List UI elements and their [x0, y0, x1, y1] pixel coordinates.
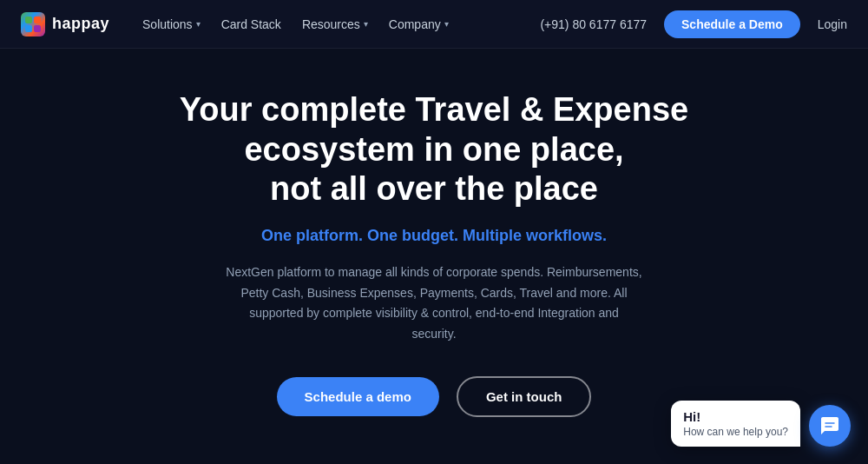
navbar-right: (+91) 80 6177 6177 Schedule a Demo Login: [540, 10, 847, 38]
nav-item-resources[interactable]: Resources ▾: [293, 12, 377, 36]
chat-widget: Hi! How can we help you?: [671, 401, 851, 447]
logo-text: happay: [52, 15, 109, 33]
hero-description: NextGen platform to manage all kinds of …: [226, 262, 642, 345]
nav-item-card-stack[interactable]: Card Stack: [213, 12, 290, 36]
nav-item-solutions[interactable]: Solutions ▾: [134, 12, 209, 36]
chat-greeting: Hi!: [683, 409, 788, 424]
login-button[interactable]: Login: [818, 17, 847, 31]
navbar-left: happay Solutions ▾ Card Stack Resources …: [21, 12, 457, 36]
svg-rect-0: [25, 17, 32, 23]
chevron-down-icon: ▾: [364, 19, 368, 29]
schedule-demo-button[interactable]: Schedule a demo: [277, 377, 439, 416]
chevron-down-icon: ▾: [196, 19, 201, 29]
hero-section: Your complete Travel & Expense ecosystem…: [0, 49, 868, 417]
svg-rect-3: [34, 25, 41, 32]
chevron-down-icon: ▾: [444, 19, 449, 29]
hero-subtitle: One platform. One budget. Multiple workf…: [261, 227, 607, 245]
phone-number: (+91) 80 6177 6177: [540, 17, 647, 31]
logo[interactable]: happay: [21, 12, 109, 36]
chat-bubble: Hi! How can we help you?: [671, 401, 800, 447]
navbar-schedule-demo-button[interactable]: Schedule a Demo: [664, 10, 800, 38]
svg-rect-1: [34, 17, 41, 23]
navbar: happay Solutions ▾ Card Stack Resources …: [0, 0, 868, 49]
chat-open-button[interactable]: [809, 405, 851, 447]
hero-buttons: Schedule a demo Get in touch: [277, 376, 592, 417]
chat-sub-text: How can we help you?: [683, 426, 788, 438]
svg-rect-2: [25, 25, 32, 32]
happay-logo-icon: [21, 12, 45, 36]
nav-links: Solutions ▾ Card Stack Resources ▾ Compa…: [134, 12, 457, 36]
get-in-touch-button[interactable]: Get in touch: [457, 376, 592, 417]
nav-item-company[interactable]: Company ▾: [380, 12, 457, 36]
chat-icon: [819, 415, 840, 436]
hero-title: Your complete Travel & Expense ecosystem…: [139, 90, 729, 209]
